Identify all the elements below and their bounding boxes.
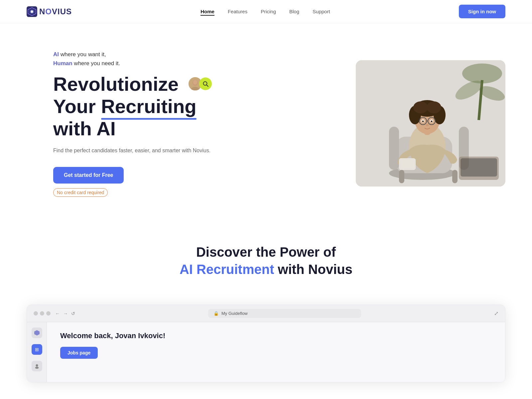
browser-mockup: ← → ↺ 🔒 My Guideflow ⤢ ⊞ [27,305,505,382]
browser-main-content: Welcome back, Jovan Ivkovic! Jobs page [47,322,505,382]
jobs-page-button[interactable]: Jobs page [60,347,98,359]
nav-item-home[interactable]: Home [200,9,214,15]
discover-title: Discover the Power of AI Recruitment wit… [27,243,505,278]
hero-illustration [356,60,505,187]
hero-left: AI where you want it, Human where you ne… [53,50,212,197]
browser-content: ⊞ Welcome back, Jovan Ivkovic! Jobs page [27,322,505,382]
no-credit-text: No credit card required [53,188,108,197]
svg-point-27 [427,101,441,113]
nav-reload-button[interactable]: ↺ [71,311,75,316]
browser-dots [34,311,51,316]
logo-text: NOVIUS [39,7,72,16]
nav-back-button[interactable]: ← [55,311,60,316]
navbar: NOVIUS Home Features Pricing Blog Suppor… [0,0,532,23]
svg-rect-37 [400,159,415,169]
lock-icon: 🔒 [213,311,219,316]
dot-green [46,311,51,316]
hero-image [356,60,505,187]
hero-right [356,60,505,187]
sidebar-icon-logo [32,328,42,338]
svg-point-26 [413,101,428,113]
nav-forward-button[interactable]: → [63,311,68,316]
tagline-human-suffix: where you need it. [72,60,120,66]
discover-title-ai: AI Recruitment [180,262,274,277]
svg-point-33 [422,121,424,122]
svg-point-35 [426,124,429,126]
dot-yellow [40,311,44,316]
hero-recruiting-word: Recruiting [101,95,197,118]
svg-line-8 [207,85,208,87]
discover-title-suffix: with Novius [274,262,352,277]
browser-sidebar: ⊞ [27,322,47,382]
dot-red [34,311,38,316]
hero-tagline: AI where you want it, Human where you ne… [53,50,212,68]
svg-point-3 [31,10,33,13]
browser-topbar: ← → ↺ 🔒 My Guideflow ⤢ [27,305,505,322]
tagline-ai-suffix: where you want it, [59,51,106,58]
sidebar-icon-grid[interactable]: ⊞ [32,344,42,355]
hero-title-line2: Your Recruiting [53,95,197,117]
nav-item-blog[interactable]: Blog [289,9,299,15]
tagline-human: Human [53,60,72,66]
logo-icon [27,6,37,17]
nav-links: Home Features Pricing Blog Support [200,9,330,15]
svg-point-6 [193,80,198,85]
hero-title-line1: Revolutionize [53,73,179,95]
browser-nav: ← → ↺ [55,311,75,316]
hero-title: Revolutionize Your Re [53,73,212,140]
svg-point-5 [191,87,200,90]
no-credit-label: No credit card required [53,184,212,197]
discover-section: Discover the Power of AI Recruitment wit… [0,217,532,291]
get-started-button[interactable]: Get started for Free [53,167,124,184]
signin-button[interactable]: Sign in now [459,5,505,18]
hero-subtitle: Find the perfect candidates faster, easi… [53,146,212,155]
hero-section: AI where you want it, Human where you ne… [0,23,532,217]
svg-rect-39 [461,158,497,177]
svg-rect-18 [399,170,404,183]
browser-url-bar[interactable]: 🔒 My Guideflow [208,309,361,318]
tagline-ai: AI [53,51,59,58]
discover-title-plain: Discover the Power of [196,245,336,259]
nav-item-pricing[interactable]: Pricing [261,9,276,15]
svg-point-41 [36,364,38,367]
nav-item-support[interactable]: Support [313,9,330,15]
logo: NOVIUS [27,6,72,17]
svg-rect-19 [452,170,458,183]
svg-marker-40 [34,330,40,335]
svg-point-34 [431,121,433,122]
hero-title-line3: with AI [53,118,116,139]
browser-expand-button[interactable]: ⤢ [494,310,498,317]
welcome-text: Welcome back, Jovan Ivkovic! [60,332,492,340]
search-bubble [199,77,212,90]
svg-point-42 [35,367,39,369]
sidebar-icon-user[interactable] [32,361,42,371]
nav-item-features[interactable]: Features [228,9,247,15]
url-text: My Guideflow [221,311,248,316]
search-avatar-group [188,76,212,91]
